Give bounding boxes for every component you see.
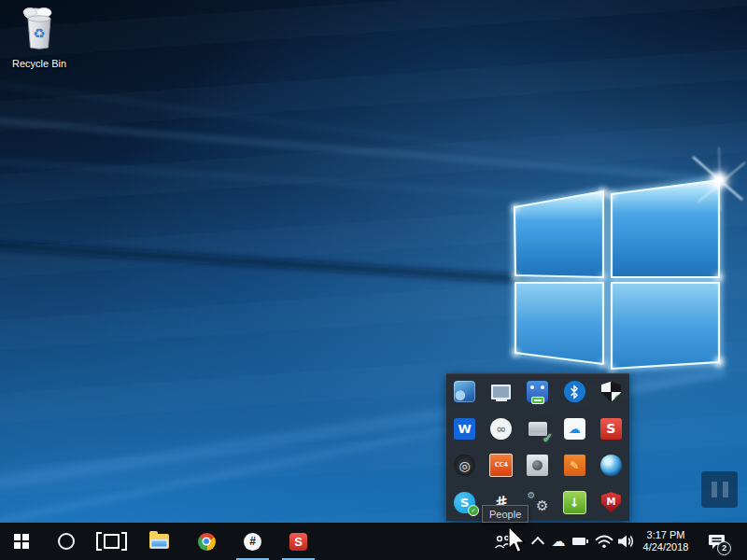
notification-badge: 2: [717, 541, 731, 555]
pause-icon: [712, 482, 717, 497]
tray-printer-icon[interactable]: ✓: [527, 418, 548, 440]
clock-date: 4/24/2018: [643, 541, 689, 553]
tray-onedrive-icon[interactable]: ☁: [564, 418, 585, 440]
battery-icon: [572, 538, 585, 545]
start-button[interactable]: [6, 523, 37, 560]
clock-time: 3:17 PM: [647, 529, 685, 541]
task-view-icon: [96, 532, 127, 551]
tray-teamviewer-icon[interactable]: [527, 381, 548, 402]
tray-snagit-icon[interactable]: S: [600, 418, 622, 440]
cortana-icon: [58, 533, 75, 550]
mouse-cursor: [506, 525, 527, 553]
wifi-tray-button[interactable]: [593, 523, 614, 560]
onedrive-tray-button[interactable]: ☁: [549, 523, 568, 560]
hash-app-icon: #: [244, 533, 261, 551]
tray-mcafee-icon[interactable]: M: [601, 492, 621, 512]
clock[interactable]: 3:17 PM 4/24/2018: [639, 523, 693, 560]
cortana-search-button[interactable]: [50, 523, 82, 560]
hash-app-button[interactable]: #: [235, 523, 270, 560]
file-explorer-button[interactable]: [142, 523, 176, 560]
chrome-icon: [198, 533, 216, 551]
file-explorer-icon: [149, 534, 169, 549]
battery-tray-button[interactable]: [570, 523, 590, 560]
tray-audio-spiral-icon[interactable]: ◎: [454, 455, 475, 476]
tray-storage-cube-icon[interactable]: [527, 455, 548, 476]
tray-update-download-icon[interactable]: ↓: [563, 491, 586, 514]
tray-windows-defender-icon[interactable]: ✓: [601, 382, 621, 402]
tray-waves-maxxaudio-icon[interactable]: W: [454, 418, 475, 440]
tooltip-text: People: [489, 509, 521, 520]
svg-text:♻: ♻: [33, 25, 45, 41]
action-center-button[interactable]: 2: [698, 523, 734, 560]
snagit-button[interactable]: S: [281, 523, 316, 560]
tray-intel-graphics-icon[interactable]: [454, 381, 475, 402]
task-view-button[interactable]: [95, 523, 127, 560]
recycle-bin-icon: ♻: [15, 6, 63, 52]
tray-expand-button[interactable]: [529, 523, 547, 560]
recycle-bin-desktop-icon[interactable]: ♻ Recycle Bin: [6, 6, 73, 69]
onedrive-cloud-icon: ☁: [552, 535, 566, 549]
people-tooltip: People: [482, 505, 529, 523]
tray-network-globe-icon[interactable]: [600, 455, 622, 476]
pause-overlay-button[interactable]: [701, 471, 738, 508]
tray-bluetooth-icon[interactable]: [564, 381, 585, 402]
tray-overflow-popup: ✓ W ∞ ✓ ☁ S ◎ CC4 ✎ S ✓ # ⚙ ⚙ ↓ M: [446, 373, 629, 521]
tray-skype-icon[interactable]: S ✓: [454, 492, 475, 513]
bluetooth-rune-icon: [569, 385, 580, 399]
speaker-icon: [616, 534, 635, 549]
tray-adobe-creative-cloud-icon[interactable]: ∞: [490, 418, 512, 440]
tray-display-settings-icon[interactable]: [490, 381, 512, 402]
windows-logo-wallpaper: [0, 0, 747, 560]
snagit-icon: S: [289, 533, 307, 551]
taskbar: # S ☁: [0, 523, 747, 560]
chrome-button[interactable]: [190, 523, 223, 560]
volume-tray-button[interactable]: [614, 523, 637, 560]
windows-logo-icon: [14, 534, 29, 549]
recycle-bin-label: Recycle Bin: [6, 58, 73, 69]
tray-cc4-icon[interactable]: CC4: [489, 454, 513, 477]
tray-java-update-icon[interactable]: ✎: [564, 455, 585, 476]
tray-settings-gears-icon[interactable]: ⚙ ⚙: [527, 492, 548, 513]
chevron-up-icon: [531, 537, 544, 550]
wifi-icon: [595, 534, 613, 549]
